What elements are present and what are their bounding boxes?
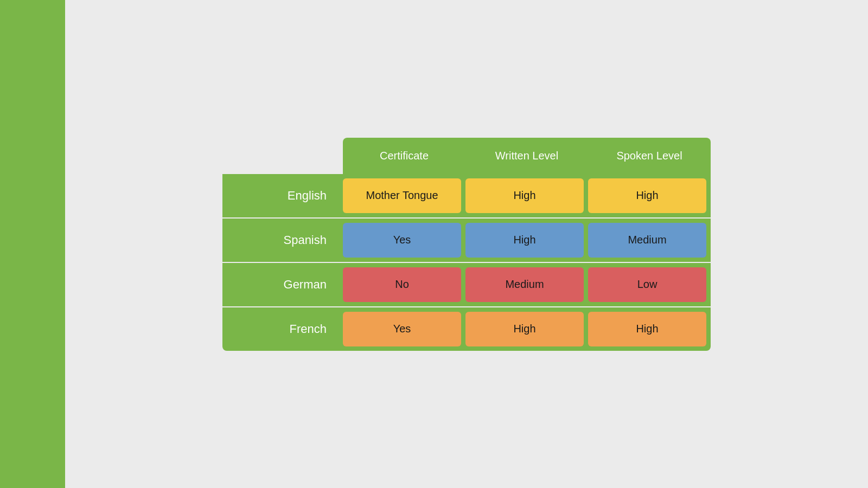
sidebar	[0, 0, 65, 488]
data-cell: Yes	[343, 223, 461, 258]
table-row: EnglishMother TongueHighHigh	[222, 174, 711, 217]
row-language-label: English	[222, 174, 343, 217]
row-cells: YesHighMedium	[343, 219, 711, 262]
data-cell: High	[588, 178, 706, 213]
table-row: GermanNoMediumLow	[222, 262, 711, 306]
data-cell: Medium	[465, 267, 584, 302]
row-cells: YesHighHigh	[343, 307, 711, 351]
data-cell: Yes	[343, 312, 461, 346]
data-cell: Low	[588, 267, 706, 302]
row-language-label: Spanish	[222, 219, 343, 262]
data-cell: High	[465, 178, 584, 213]
row-language-label: German	[222, 263, 343, 306]
data-cell: Mother Tongue	[343, 178, 461, 213]
table-body: EnglishMother TongueHighHighSpanishYesHi…	[222, 174, 711, 351]
data-cell: Medium	[588, 223, 706, 258]
language-table: CertificateWritten LevelSpoken Level Eng…	[222, 138, 711, 351]
table-row: FrenchYesHighHigh	[222, 306, 711, 351]
row-cells: NoMediumLow	[343, 263, 711, 306]
table-row: SpanishYesHighMedium	[222, 217, 711, 262]
data-cell: No	[343, 267, 461, 302]
data-cell: High	[465, 223, 584, 258]
header-cell: Certificate	[343, 138, 465, 174]
data-cell: High	[588, 312, 706, 346]
row-cells: Mother TongueHighHigh	[343, 174, 711, 217]
main-content: CertificateWritten LevelSpoken Level Eng…	[65, 0, 868, 488]
row-language-label: French	[222, 307, 343, 351]
data-cell: High	[465, 312, 584, 346]
header-cell: Spoken Level	[588, 138, 711, 174]
header-cell: Written Level	[465, 138, 588, 174]
table-header: CertificateWritten LevelSpoken Level	[343, 138, 711, 174]
